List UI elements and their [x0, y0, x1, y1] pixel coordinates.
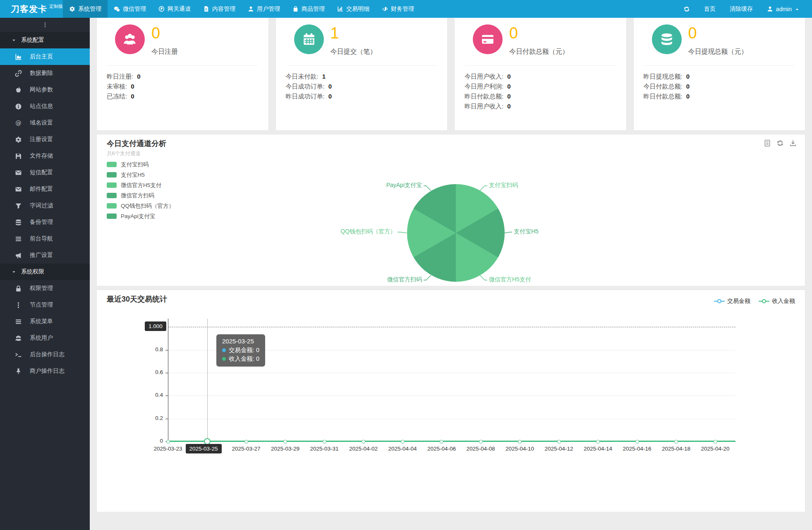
- sidebar-item-邮件配置[interactable]: 邮件配置: [0, 181, 90, 197]
- wechat-icon: [114, 6, 120, 12]
- top-navbar: 刀客发卡 定制版 系统管理微信管理网关通道内容管理用户管理商品管理交易明细财务管…: [0, 0, 812, 18]
- calendar-icon: [302, 32, 316, 46]
- stat-card-icon-circle: [115, 24, 145, 54]
- username: admin: [776, 6, 792, 12]
- nav-item-商品管理[interactable]: 商品管理: [286, 0, 331, 18]
- data-point[interactable]: [283, 440, 287, 444]
- y-axis-label: 0: [144, 438, 163, 444]
- sidebar-section-label: 系统配置: [21, 36, 44, 44]
- data-point[interactable]: [362, 440, 365, 444]
- at-icon: @: [15, 120, 22, 127]
- data-point[interactable]: [479, 440, 483, 444]
- data-point[interactable]: [166, 440, 170, 444]
- stat-cards-row: 0今日注册昨日注册: 0未审核: 0已冻结: 01今日提交（笔）今日未付款: 1…: [96, 11, 805, 131]
- sidebar-item-短信配置[interactable]: 短信配置: [0, 164, 90, 181]
- sidebar-item-系统用户[interactable]: 系统用户: [0, 330, 90, 346]
- stat-card-top: 0今日付款总额（元）: [465, 20, 616, 56]
- data-point[interactable]: [714, 440, 717, 444]
- divider: [465, 65, 616, 66]
- sidebar-item-label: 站点信息: [30, 103, 53, 110]
- stat-card-今日提交（笔）: 1今日提交（笔）今日未付款: 1今日成功订单: 0昨日成功订单: 0: [275, 11, 448, 131]
- main-nav: 系统管理微信管理网关通道内容管理用户管理商品管理交易明细财务管理: [63, 0, 420, 18]
- nav-item-微信管理[interactable]: 微信管理: [108, 0, 152, 18]
- data-point[interactable]: [440, 440, 443, 444]
- data-point[interactable]: [596, 440, 600, 444]
- caret-up-icon: [795, 7, 800, 12]
- stat-card-icon-circle: [294, 24, 324, 54]
- nav-item-label: 财务管理: [391, 5, 414, 13]
- clear-cache-link[interactable]: 清除缓存: [730, 5, 753, 13]
- sidebar-item-备份管理[interactable]: 备份管理: [0, 214, 90, 230]
- sidebar-item-label: 字词过滤: [30, 202, 53, 209]
- sidebar-item-label: 系统用户: [30, 334, 53, 342]
- envelope-icon: [15, 186, 22, 193]
- stat-card-info: 0今日提现总额（元）: [688, 24, 748, 56]
- sidebar-item-域名设置[interactable]: @域名设置: [0, 115, 90, 131]
- data-point[interactable]: [244, 440, 248, 444]
- chain-icon: [15, 70, 22, 77]
- sidebar-item-数据删除[interactable]: 数据删除: [0, 65, 90, 82]
- caret-down-icon: [12, 270, 16, 274]
- sidebar-item-权限管理[interactable]: 权限管理: [0, 280, 90, 297]
- svg-text:@: @: [15, 120, 21, 126]
- sidebar-item-网站参数[interactable]: 网站参数: [0, 82, 90, 98]
- credit-card-icon: [481, 32, 495, 46]
- home-link[interactable]: 首页: [704, 5, 716, 13]
- tooltip-date: 2025-03-25: [222, 338, 259, 345]
- sidebar-item-label: 权限管理: [30, 285, 53, 292]
- stat-card-row: 今日用户收入: 0: [465, 72, 616, 82]
- sidebar-item-商户操作日志[interactable]: 商户操作日志: [0, 363, 90, 379]
- stat-card-value: 1: [331, 25, 377, 42]
- sidebar-section-系统配置[interactable]: 系统配置: [0, 32, 90, 48]
- sidebar-item-后台主页[interactable]: 后台主页: [0, 48, 90, 65]
- sidebar-item-站点信息[interactable]: 站点信息: [0, 98, 90, 115]
- data-point[interactable]: [557, 440, 561, 444]
- sidebar-item-节点管理[interactable]: 节点管理: [0, 297, 90, 313]
- funnel-icon: [15, 202, 22, 209]
- sidebar-item-系统菜单[interactable]: 系统菜单: [0, 313, 90, 330]
- line-chart-area: 00.20.40.60.81.0002025-03-232025-03-2520…: [97, 290, 805, 512]
- stat-card-value: 0: [151, 25, 178, 42]
- nav-item-财务管理[interactable]: 财务管理: [376, 0, 420, 18]
- sidebar-item-注册设置[interactable]: 注册设置: [0, 131, 90, 148]
- sidebar-item-label: 数据删除: [30, 70, 53, 77]
- nav-item-用户管理[interactable]: 用户管理: [242, 0, 286, 18]
- pie-slice-label: QQ钱包扫码（官方）: [340, 228, 396, 235]
- terminal-icon: [15, 351, 22, 358]
- sidebar-item-推广设置[interactable]: 推广设置: [0, 247, 90, 264]
- shop-bag-icon: [292, 6, 299, 12]
- data-point[interactable]: [323, 440, 326, 444]
- sidebar-item-字词过滤[interactable]: 字词过滤: [0, 197, 90, 214]
- pie-chart-area: 支付宝扫码支付宝H5微信官方H5支付微信官方扫码QQ钱包扫码（官方）PayApi…: [97, 134, 805, 286]
- x-axis-pointer-label: 2025-03-25: [186, 444, 222, 453]
- refresh-icon[interactable]: [683, 6, 690, 12]
- gear-icon: [15, 136, 22, 143]
- floppy-icon: [15, 153, 22, 160]
- sidebar-collapse-button[interactable]: [0, 18, 90, 32]
- chart-area-icon: [15, 53, 22, 60]
- stat-card-row-value: 0: [137, 73, 140, 80]
- user-menu[interactable]: admin: [767, 6, 800, 12]
- nav-item-内容管理[interactable]: 内容管理: [197, 0, 242, 18]
- sidebar-item-前台导航[interactable]: 前台导航: [0, 230, 90, 247]
- data-point[interactable]: [674, 440, 678, 444]
- gridline: [168, 373, 735, 373]
- series-line-income: [168, 441, 735, 442]
- sidebar-item-后台操作日志[interactable]: 后台操作日志: [0, 346, 90, 363]
- lock-icon: [15, 285, 22, 292]
- data-point[interactable]: [635, 440, 639, 444]
- pie-chart[interactable]: [407, 184, 505, 282]
- data-point[interactable]: [401, 440, 405, 444]
- nav-item-label: 交易明细: [346, 5, 369, 13]
- payment-channel-panel: 今日支付通道分析 共6个支付通道 支付宝扫码支付宝H5微信官方H5支付微信官方扫…: [96, 134, 805, 286]
- nav-item-label: 系统管理: [78, 5, 101, 13]
- sidebar-item-label: 节点管理: [30, 301, 53, 309]
- sidebar-section-label: 系统权限: [21, 268, 44, 276]
- nav-item-系统管理[interactable]: 系统管理: [63, 0, 108, 18]
- nav-item-网关通道[interactable]: 网关通道: [152, 0, 197, 18]
- sidebar-item-文件存储[interactable]: 文件存储: [0, 148, 90, 164]
- data-point[interactable]: [518, 440, 522, 444]
- sidebar-section-系统权限[interactable]: 系统权限: [0, 264, 90, 280]
- stat-card-row-value: 0: [328, 83, 332, 90]
- nav-item-交易明细[interactable]: 交易明细: [331, 0, 376, 18]
